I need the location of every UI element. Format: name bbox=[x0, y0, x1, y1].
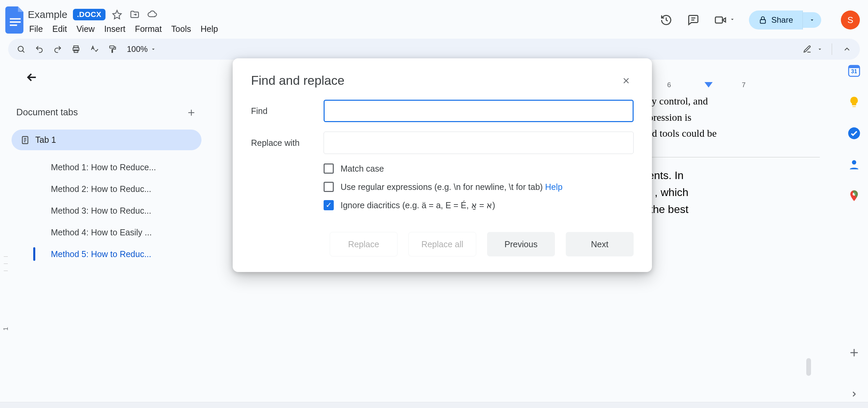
ruler-marker-icon[interactable] bbox=[705, 82, 713, 88]
menu-help[interactable]: Help bbox=[200, 24, 218, 34]
outline-item-label: Method 3: How to Reduc... bbox=[51, 206, 203, 216]
vertical-scrollbar[interactable] bbox=[806, 358, 811, 376]
document-title[interactable]: Example bbox=[28, 9, 67, 20]
menu-tools[interactable]: Tools bbox=[171, 24, 191, 34]
horizontal-scrollbar[interactable] bbox=[0, 402, 868, 408]
zoom-selector[interactable]: 100% bbox=[127, 44, 156, 54]
redo-icon[interactable] bbox=[52, 43, 64, 55]
replace-all-button[interactable]: Replace all bbox=[408, 232, 476, 256]
outline-item[interactable]: Method 5: How to Reduc... bbox=[12, 243, 203, 265]
previous-button[interactable]: Previous bbox=[487, 232, 555, 256]
tab-item-label: Tab 1 bbox=[35, 135, 56, 145]
svg-point-19 bbox=[852, 160, 856, 164]
meet-icon[interactable] bbox=[714, 13, 727, 27]
menu-bar: File Edit View Insert Format Tools Help bbox=[28, 24, 659, 34]
replace-button[interactable]: Replace bbox=[330, 232, 398, 256]
menu-edit[interactable]: Edit bbox=[52, 24, 67, 34]
match-case-label: Match case bbox=[341, 164, 384, 174]
docs-logo-icon[interactable] bbox=[4, 5, 26, 35]
regex-checkbox[interactable] bbox=[324, 182, 334, 192]
outline-item-label: Method 5: How to Reduc... bbox=[51, 249, 203, 259]
svg-rect-11 bbox=[110, 46, 114, 48]
ruler-tick-label: 7 bbox=[742, 81, 746, 89]
diacritics-label: Ignore diacritics (e.g. ä = a, E = É, א … bbox=[341, 200, 495, 210]
outline-item-label: Method 2: How to Reduc... bbox=[51, 184, 203, 194]
share-button[interactable]: Share bbox=[749, 11, 803, 30]
outline-item[interactable]: Method 4: How to Easily ... bbox=[12, 221, 203, 243]
comments-icon[interactable] bbox=[687, 13, 700, 27]
outline-item[interactable]: Method 3: How to Reduc... bbox=[12, 200, 203, 221]
menu-format[interactable]: Format bbox=[135, 24, 162, 34]
outline-item[interactable]: Method 1: How to Reduce... bbox=[12, 156, 203, 178]
keep-app-icon[interactable] bbox=[847, 95, 861, 109]
history-icon[interactable] bbox=[659, 13, 673, 27]
menu-insert[interactable]: Insert bbox=[104, 24, 126, 34]
svg-point-7 bbox=[18, 46, 23, 51]
svg-rect-2 bbox=[10, 24, 17, 26]
docx-badge: .DOCX bbox=[73, 9, 105, 20]
svg-rect-0 bbox=[10, 18, 21, 20]
undo-icon[interactable] bbox=[33, 43, 45, 55]
calendar-day-label: 31 bbox=[851, 69, 857, 75]
document-tabs-sidebar: Document tabs ＋ Tab 1 Method 1: How to R… bbox=[0, 60, 210, 408]
hide-side-panel-icon[interactable] bbox=[850, 389, 859, 401]
side-panel-rail: 31 ＋ bbox=[840, 60, 868, 408]
outline-item[interactable]: Method 2: How to Reduc... bbox=[12, 178, 203, 200]
dialog-title: Find and replace bbox=[251, 74, 345, 88]
vertical-ruler: 1 bbox=[0, 250, 12, 408]
collapse-toolbar-icon[interactable] bbox=[841, 43, 853, 55]
find-input[interactable] bbox=[324, 100, 634, 122]
star-icon[interactable] bbox=[111, 8, 123, 21]
tab-item-active[interactable]: Tab 1 bbox=[12, 130, 201, 150]
toolbar: 100% bbox=[8, 39, 860, 60]
app-header: Example .DOCX File Edit View Insert Form… bbox=[0, 0, 868, 37]
chevron-down-icon[interactable] bbox=[817, 46, 823, 52]
find-replace-dialog: Find and replace Find Replace with Match… bbox=[233, 58, 652, 272]
spellcheck-icon[interactable] bbox=[88, 43, 100, 55]
svg-rect-5 bbox=[715, 17, 722, 23]
tab-doc-icon bbox=[20, 135, 30, 145]
share-dropdown[interactable] bbox=[803, 12, 821, 28]
move-folder-icon[interactable] bbox=[129, 8, 141, 21]
sidebar-title: Document tabs bbox=[16, 107, 78, 118]
menu-file[interactable]: File bbox=[29, 24, 43, 34]
chevron-down-icon bbox=[150, 46, 156, 52]
menu-view[interactable]: View bbox=[76, 24, 95, 34]
maps-app-icon[interactable] bbox=[847, 189, 861, 203]
regex-label: Use regular expressions (e.g. \n for new… bbox=[341, 182, 545, 192]
find-label: Find bbox=[251, 106, 324, 116]
svg-rect-1 bbox=[10, 21, 21, 23]
divider bbox=[832, 43, 832, 55]
outline-item-label: Method 1: How to Reduce... bbox=[51, 162, 203, 172]
tasks-app-icon[interactable] bbox=[847, 126, 861, 140]
document-outline: Method 1: How to Reduce... Method 2: How… bbox=[12, 156, 203, 265]
contacts-app-icon[interactable] bbox=[847, 157, 861, 172]
close-icon[interactable] bbox=[619, 73, 634, 88]
svg-rect-6 bbox=[760, 20, 765, 23]
back-arrow-icon[interactable] bbox=[25, 69, 41, 85]
paint-format-icon[interactable] bbox=[107, 43, 119, 55]
lock-icon bbox=[758, 16, 767, 24]
vruler-label: 1 bbox=[2, 327, 9, 330]
search-icon[interactable] bbox=[15, 43, 27, 55]
zoom-value: 100% bbox=[127, 44, 148, 54]
diacritics-checkbox[interactable]: ✓ bbox=[324, 200, 334, 210]
ruler-tick-label: 6 bbox=[667, 81, 671, 89]
next-button[interactable]: Next bbox=[566, 232, 634, 256]
regex-help-link[interactable]: Help bbox=[545, 182, 562, 192]
svg-rect-17 bbox=[849, 65, 860, 68]
editing-mode-icon[interactable] bbox=[801, 43, 813, 55]
match-case-checkbox[interactable] bbox=[324, 163, 334, 174]
cloud-status-icon[interactable] bbox=[146, 8, 158, 21]
outline-item-label: Method 4: How to Easily ... bbox=[51, 228, 203, 237]
share-label: Share bbox=[771, 15, 793, 25]
add-tab-icon[interactable]: ＋ bbox=[185, 104, 198, 120]
replace-input[interactable] bbox=[324, 132, 634, 154]
add-app-icon[interactable]: ＋ bbox=[847, 343, 861, 362]
calendar-app-icon[interactable]: 31 bbox=[847, 64, 861, 78]
print-icon[interactable] bbox=[70, 43, 82, 55]
replace-label: Replace with bbox=[251, 138, 324, 148]
account-avatar[interactable]: S bbox=[841, 11, 860, 30]
meet-dropdown-icon[interactable] bbox=[729, 16, 735, 24]
